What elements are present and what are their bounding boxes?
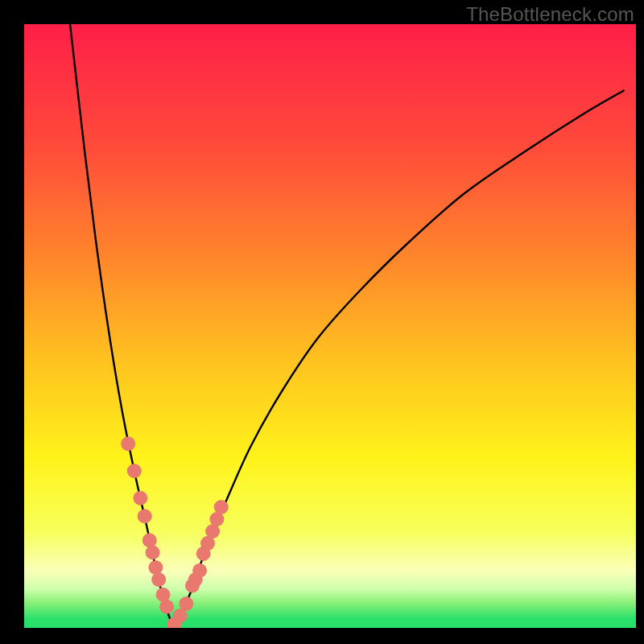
frame-left	[0, 0, 24, 644]
marker-dot	[148, 560, 163, 575]
frame-bottom	[0, 628, 644, 644]
marker-dot	[127, 464, 142, 478]
plot-background	[24, 24, 636, 628]
marker-dot	[138, 509, 152, 523]
chart-container: TheBottleneck.com	[0, 0, 644, 644]
watermark-label: TheBottleneck.com	[466, 3, 634, 26]
bottleneck-curve-chart	[0, 0, 644, 644]
marker-dot	[151, 572, 166, 587]
marker-dot	[146, 545, 160, 559]
marker-dot	[121, 436, 135, 451]
marker-dot	[214, 500, 229, 514]
marker-dot	[179, 597, 193, 611]
marker-dot	[142, 533, 157, 547]
marker-dot	[192, 564, 207, 578]
frame-right	[636, 0, 644, 644]
marker-dot	[159, 600, 174, 614]
marker-dot	[133, 491, 147, 506]
